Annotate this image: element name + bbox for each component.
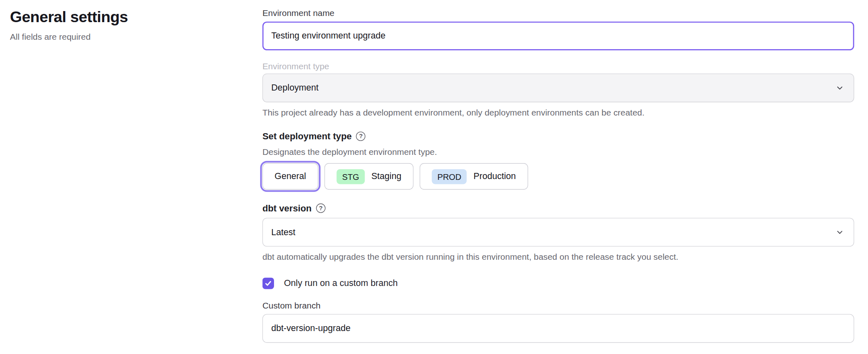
production-button-label: Production [473, 171, 516, 181]
page-subtitle: All fields are required [10, 31, 242, 42]
staging-button-label: Staging [371, 171, 401, 181]
custom-branch-checkbox[interactable] [263, 277, 274, 289]
dbt-version-select[interactable]: Latest [263, 218, 854, 247]
settings-form: Environment name Environment type Deploy… [263, 8, 854, 343]
help-icon[interactable]: ? [356, 132, 365, 141]
environment-name-input[interactable] [263, 22, 854, 50]
environment-name-label: Environment name [263, 8, 854, 18]
environment-type-label: Environment type [263, 61, 854, 71]
environment-type-select[interactable]: Deployment [263, 73, 854, 102]
custom-branch-label: Custom branch [263, 300, 854, 311]
checkmark-icon [265, 279, 272, 287]
deployment-type-header: Set deployment type ? [263, 130, 854, 141]
general-button-label: General [274, 171, 306, 181]
deployment-type-staging-button[interactable]: STG Staging [324, 163, 413, 190]
deployment-type-helper: Designates the deployment environment ty… [263, 147, 854, 157]
environment-type-value: Deployment [271, 83, 318, 93]
deployment-type-title: Set deployment type [263, 130, 352, 141]
custom-branch-checkbox-label: Only run on a custom branch [284, 278, 397, 288]
dbt-version-helper: dbt automatically upgrades the dbt versi… [263, 252, 854, 262]
chevron-down-icon [836, 228, 844, 236]
custom-branch-checkbox-row: Only run on a custom branch [263, 277, 854, 289]
help-icon[interactable]: ? [316, 203, 325, 213]
chevron-down-icon [836, 84, 844, 92]
deployment-type-production-button[interactable]: PROD Production [420, 163, 528, 190]
intro-column: General settings All fields are required [10, 8, 242, 43]
deployment-type-general-button[interactable]: General [263, 163, 318, 190]
environment-type-helper: This project already has a development e… [263, 107, 854, 118]
dbt-version-title: dbt version [263, 202, 312, 213]
deployment-type-options: General STG Staging PROD Production [263, 163, 854, 190]
production-badge: PROD [432, 169, 467, 184]
dbt-version-value: Latest [271, 227, 295, 237]
general-settings-page: General settings All fields are required… [0, 0, 868, 354]
dbt-version-header: dbt version ? [263, 202, 854, 213]
custom-branch-input[interactable] [263, 314, 854, 343]
staging-badge: STG [336, 169, 365, 184]
page-title: General settings [10, 8, 242, 26]
